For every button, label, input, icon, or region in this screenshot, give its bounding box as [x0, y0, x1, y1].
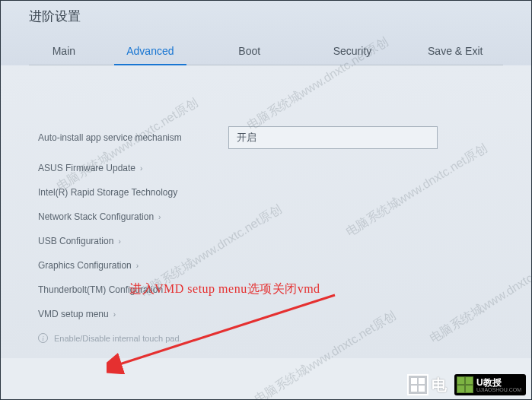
- tab-main[interactable]: Main: [29, 39, 99, 65]
- menu-vmd-setup[interactable]: VMD setup menu ›: [38, 309, 494, 319]
- chevron-right-icon: ›: [118, 237, 120, 246]
- tab-advanced[interactable]: Advanced: [99, 39, 202, 65]
- hint-row: i Enable/Disable internal touch pad.: [38, 333, 494, 343]
- menu-label: Graphics Configuration: [38, 260, 132, 271]
- menu-label: Intel(R) Rapid Storage Technology: [38, 187, 177, 198]
- logo-text: U教授: [476, 378, 521, 387]
- page-title: 进阶设置: [29, 8, 503, 25]
- annotation-text: 进入VMD setup menu选项关闭vmd: [129, 281, 320, 297]
- menu-intel-rst[interactable]: Intel(R) Rapid Storage Technology: [38, 187, 494, 198]
- menu-label: VMD setup menu: [38, 309, 109, 319]
- tab-save-exit[interactable]: Save & Exit: [407, 39, 503, 65]
- menu-graphics-config[interactable]: Graphics Configuration ›: [38, 260, 494, 271]
- select-auto-install[interactable]: 开启: [228, 126, 438, 149]
- menu-asus-firmware-update[interactable]: ASUS Firmware Update ›: [38, 163, 494, 173]
- tab-boot[interactable]: Boot: [202, 39, 298, 65]
- menu-label: USB Configuration: [38, 236, 113, 246]
- option-label-auto-install: Auto-install app service mechanism: [38, 132, 228, 143]
- menu-label: Network Stack Configuration: [38, 211, 154, 222]
- logo-subtext: UJIAOSHOU.COM: [476, 387, 521, 392]
- tab-bar: Main Advanced Boot Security Save & Exit: [29, 39, 503, 65]
- logo-ujiaoshou: U教授 UJIAOSHOU.COM: [454, 374, 526, 395]
- info-icon: i: [38, 333, 48, 343]
- tab-security[interactable]: Security: [298, 39, 408, 65]
- logo-area: 电 U教授 UJIAOSHOU.COM: [407, 374, 526, 395]
- hint-text: Enable/Disable internal touch pad.: [54, 334, 182, 343]
- chevron-right-icon: ›: [113, 310, 116, 319]
- menu-usb-config[interactable]: USB Configuration ›: [38, 236, 494, 246]
- chevron-right-icon: ›: [158, 213, 161, 221]
- select-value: 开启: [237, 131, 256, 144]
- logo-dian: 电: [407, 374, 447, 395]
- logo-text: 电: [432, 375, 447, 395]
- content-panel: Auto-install app service mechanism 开启 AS…: [0, 65, 532, 358]
- windows-icon: [457, 376, 473, 393]
- grid-icon: [407, 374, 428, 395]
- chevron-right-icon: ›: [136, 262, 139, 270]
- menu-label: ASUS Firmware Update: [38, 163, 135, 173]
- menu-network-stack[interactable]: Network Stack Configuration ›: [38, 211, 494, 222]
- chevron-right-icon: ›: [140, 164, 142, 173]
